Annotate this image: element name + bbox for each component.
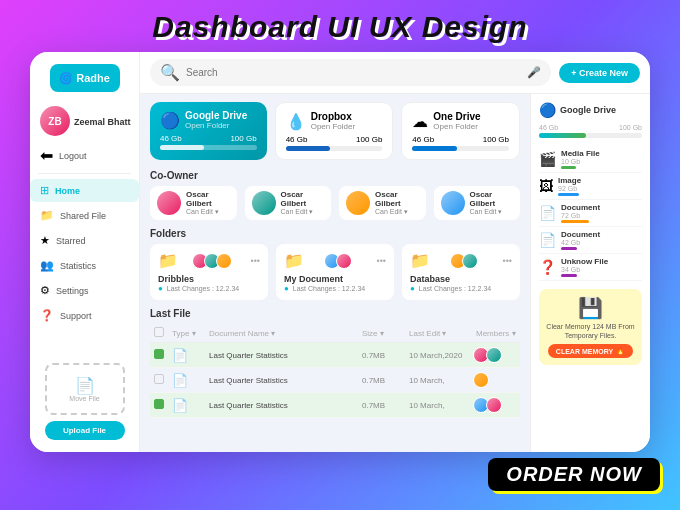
row-2-size: 0.7MB — [362, 401, 407, 410]
storage-cards: 🔵 Google Drive Open Folder 46 Gb 100 Gb — [150, 102, 520, 160]
sidebar-logo-text: 🌀 Radhe — [59, 72, 110, 85]
dropbox-title: Dropbox — [311, 111, 355, 122]
document-file-bar-1 — [561, 220, 589, 223]
sidebar-item-starred[interactable]: ★ Starred — [30, 229, 139, 252]
sidebar-user: ZB Zeemal Bhatt — [30, 102, 139, 142]
search-box: 🔍 🎤 — [150, 59, 551, 86]
image-file-icon: 🖼 — [539, 178, 553, 194]
header-checkbox[interactable] — [154, 327, 164, 337]
folder-menu-2[interactable]: ••• — [503, 256, 512, 266]
dropbox-total: 100 Gb — [356, 135, 382, 144]
folder-menu-0[interactable]: ••• — [251, 256, 260, 266]
onedrive-subtitle: Open Folder — [433, 122, 480, 131]
coowner-section-title: Co-Owner — [150, 170, 520, 181]
folder-date-0: ● Last Changes : 12.2.34 — [158, 284, 260, 293]
clear-memory-fire-icon: 🔥 — [616, 347, 625, 355]
right-gdrive-title: Google Drive — [560, 105, 616, 115]
starred-icon: ★ — [40, 234, 50, 247]
col-edit: Last Edit ▾ — [409, 329, 474, 338]
dropbox-icon: 💧 — [286, 112, 306, 131]
document-file-name-2: Document — [561, 230, 600, 239]
document-file-size-1: 72 Gb — [561, 212, 600, 219]
coowner-name-0: Oscar Gilbert — [186, 190, 230, 208]
coowner-avatar-3 — [441, 191, 465, 215]
folder-card-0[interactable]: 📁 ••• Dribbles ● Last Changes : 12.2.3 — [150, 244, 268, 300]
coowner-role-0[interactable]: Can Edit ▾ — [186, 208, 230, 216]
media-file-name: Media File — [561, 149, 600, 158]
row-1-checkbox[interactable] — [154, 374, 164, 384]
search-icon: 🔍 — [160, 63, 180, 82]
sidebar-item-starred-label: Starred — [56, 236, 86, 246]
center-panel: 🔵 Google Drive Open Folder 46 Gb 100 Gb — [140, 94, 530, 452]
sidebar-logo: 🌀 Radhe — [50, 64, 120, 92]
row-2-member-1 — [486, 397, 502, 413]
row-1-filetype-icon: 📄 — [172, 373, 188, 388]
statistics-icon: 👥 — [40, 259, 54, 272]
file-item-1: 🖼 Image 92 Gb — [539, 173, 642, 200]
search-input[interactable] — [186, 67, 521, 78]
create-new-button[interactable]: + Create New — [559, 63, 640, 83]
file-item-0: 🎬 Media File 10 Gb — [539, 146, 642, 173]
sidebar-item-statistics[interactable]: 👥 Statistics — [30, 254, 139, 277]
media-file-size: 10 Gb — [561, 158, 600, 165]
sidebar-divider — [38, 173, 131, 174]
avatar: ZB — [40, 106, 70, 136]
coowner-role-3[interactable]: Can Edit ▾ — [470, 208, 514, 216]
onedrive-used: 46 Gb — [412, 135, 434, 144]
sidebar-item-statistics-label: Statistics — [60, 261, 96, 271]
sidebar-item-shared[interactable]: 📁 Shared File — [30, 204, 139, 227]
sidebar-item-settings[interactable]: ⚙ Settings — [30, 279, 139, 302]
table-header: Type ▾ Document Name ▾ Size ▾ Last Edit … — [150, 324, 520, 343]
folder-menu-1[interactable]: ••• — [377, 256, 386, 266]
folder-card-2[interactable]: 📁 ••• Database ● Last Changes : 12.2.34 — [402, 244, 520, 300]
sidebar-item-shared-label: Shared File — [60, 211, 106, 221]
home-icon: ⊞ — [40, 184, 49, 197]
onedrive-icon: ☁ — [412, 112, 428, 131]
dropbox-used: 46 Gb — [286, 135, 308, 144]
image-file-bar — [558, 193, 579, 196]
order-now-badge[interactable]: ORDER NOW — [488, 458, 660, 491]
folder-card-1[interactable]: 📁 ••• My Document ● Last Changes : 12.2.… — [276, 244, 394, 300]
table-row: 📄 Last Quarter Statistics 0.7MB 10 March… — [150, 368, 520, 393]
storage-card-google[interactable]: 🔵 Google Drive Open Folder 46 Gb 100 Gb — [150, 102, 267, 160]
upload-button[interactable]: Upload File — [45, 421, 125, 440]
clear-memory-button[interactable]: CLEAR MEMORY 🔥 — [548, 344, 633, 358]
sidebar-item-home[interactable]: ⊞ Home — [30, 179, 139, 202]
main-content: 🔍 🎤 + Create New 🔵 Google Drive — [140, 52, 650, 452]
coowner-avatar-0 — [157, 191, 181, 215]
content-area: 🔵 Google Drive Open Folder 46 Gb 100 Gb — [140, 94, 650, 452]
sidebar-item-home-label: Home — [55, 186, 80, 196]
last-file-table: Type ▾ Document Name ▾ Size ▾ Last Edit … — [150, 324, 520, 418]
movefile-label: Move File — [69, 395, 99, 402]
logout-item[interactable]: ⬅ Logout — [30, 142, 139, 169]
coowner-role-1[interactable]: Can Edit ▾ — [281, 208, 325, 216]
mic-icon[interactable]: 🎤 — [527, 66, 541, 79]
folder-icon-0: 📁 — [158, 251, 178, 270]
document-file-size-2: 42 Gb — [561, 239, 600, 246]
row-2-filename: Last Quarter Statistics — [209, 401, 360, 410]
unknown-file-bar — [561, 274, 577, 277]
storage-card-onedrive[interactable]: ☁ One Drive Open Folder 46 Gb 100 Gb — [401, 102, 520, 160]
row-0-checkbox[interactable] — [154, 349, 164, 359]
coowner-card-0: Oscar Gilbert Can Edit ▾ — [150, 186, 237, 220]
sidebar-item-support[interactable]: ❓ Support — [30, 304, 139, 327]
coowner-card-1: Oscar Gilbert Can Edit ▾ — [245, 186, 332, 220]
logout-label: Logout — [59, 151, 87, 161]
col-size: Size ▾ — [362, 329, 407, 338]
row-2-checkbox[interactable] — [154, 399, 164, 409]
col-docname: Document Name ▾ — [209, 329, 360, 338]
right-panel: 🔵 Google Drive 46 Gb 100 Gb 🎬 Media File… — [530, 94, 650, 452]
coowner-role-2[interactable]: Can Edit ▾ — [375, 208, 419, 216]
dropbox-bar-fill — [286, 146, 330, 151]
right-gdrive-used: 46 Gb — [539, 124, 558, 131]
folder-avatar-0c — [216, 253, 232, 269]
row-0-filename: Last Quarter Statistics — [209, 351, 360, 360]
folder-icon-2: 📁 — [410, 251, 430, 270]
file-item-3: 📄 Document 42 Gb — [539, 227, 642, 254]
clear-memory-text: Clear Memory 124 MB From Temporary Files… — [545, 322, 636, 340]
col-type: Type ▾ — [172, 329, 207, 338]
storage-card-dropbox[interactable]: 💧 Dropbox Open Folder 46 Gb 100 Gb — [275, 102, 394, 160]
row-1-size: 0.7MB — [362, 376, 407, 385]
folder-name-0: Dribbles — [158, 274, 260, 284]
folder-icon-1: 📁 — [284, 251, 304, 270]
